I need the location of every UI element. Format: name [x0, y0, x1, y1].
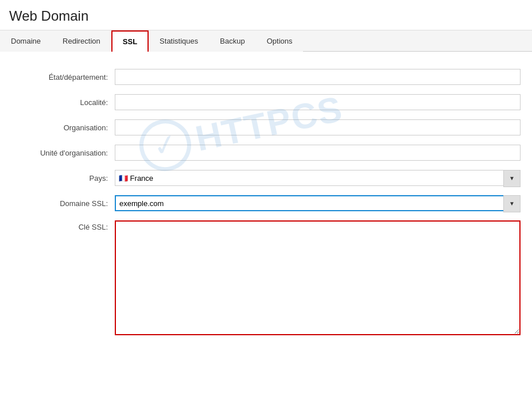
tab-redirection[interactable]: Redirection — [52, 30, 111, 52]
unite-input[interactable] — [115, 145, 521, 161]
form-row-unite: Unité d'organisation: — [11, 145, 521, 161]
tab-domaine[interactable]: Domaine — [0, 30, 52, 52]
organisation-input[interactable] — [115, 119, 521, 135]
tab-backup[interactable]: Backup — [209, 30, 255, 52]
ssl-form: État/département: Localité: Organisation… — [11, 69, 521, 335]
form-row-etat: État/département: — [11, 69, 521, 85]
etat-label: État/département: — [11, 73, 115, 82]
page-title: Web Domain — [0, 0, 532, 30]
tabs-bar: Domaine Redirection SSL Statistiques Bac… — [0, 30, 532, 52]
form-row-domaine-ssl: Domaine SSL: exemple.com — [11, 195, 521, 211]
cle-ssl-label: Clé SSL: — [11, 220, 115, 231]
content-area: ✓ HTTPCS État/département: Localité: — [0, 52, 532, 356]
pays-label: Pays: — [11, 174, 115, 183]
etat-input[interactable] — [115, 69, 521, 85]
cle-ssl-textarea[interactable] — [115, 220, 521, 335]
tab-ssl[interactable]: SSL — [111, 30, 149, 52]
unite-label: Unité d'organisation: — [11, 149, 115, 157]
domaine-ssl-select[interactable]: exemple.com — [115, 195, 521, 211]
form-row-pays: Pays: 🇫🇷 France — [11, 170, 521, 186]
form-row-cle-ssl: Clé SSL: — [11, 220, 521, 335]
localite-label: Localité: — [11, 98, 115, 107]
organisation-label: Organisation: — [11, 123, 115, 132]
domaine-ssl-wrapper: exemple.com — [115, 195, 521, 211]
domaine-ssl-label: Domaine SSL: — [11, 199, 115, 208]
form-row-organisation: Organisation: — [11, 119, 521, 135]
tab-options[interactable]: Options — [256, 30, 304, 52]
pays-select-wrapper: 🇫🇷 France — [115, 170, 521, 186]
localite-input[interactable] — [115, 94, 521, 110]
tab-statistiques[interactable]: Statistiques — [149, 30, 209, 52]
form-row-localite: Localité: — [11, 94, 521, 110]
pays-select[interactable]: 🇫🇷 France — [115, 170, 521, 186]
